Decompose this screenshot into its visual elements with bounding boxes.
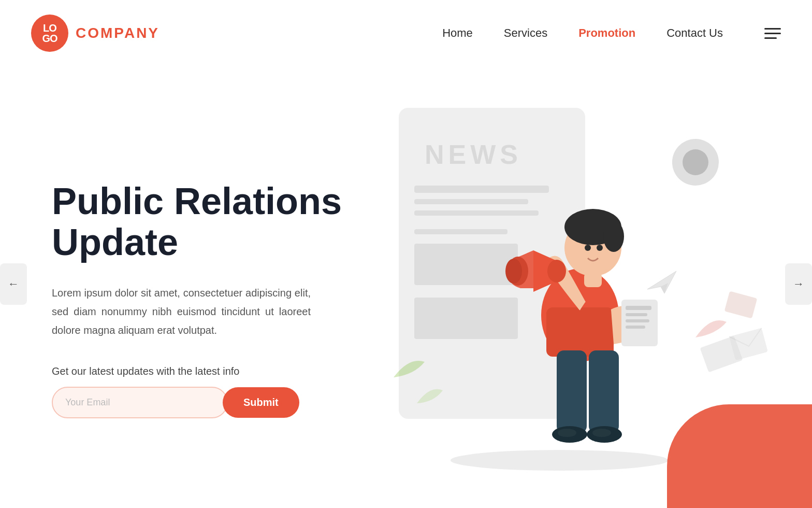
nav-home[interactable]: Home: [442, 26, 473, 40]
svg-rect-16: [557, 350, 587, 433]
next-arrow[interactable]: →: [785, 263, 812, 305]
paper-airplane: [646, 269, 677, 294]
main-nav: Home Services Promotion Contact Us: [442, 26, 781, 40]
avatar: [672, 139, 719, 186]
header: LO GO COMPANY Home Services Promotion Co…: [0, 0, 812, 66]
svg-point-20: [558, 429, 576, 437]
logo-area: LO GO COMPANY: [31, 15, 160, 52]
svg-rect-4: [584, 273, 602, 287]
hero-description: Lorem ipsum dolor sit amet, consectetuer…: [52, 284, 311, 340]
hero-title: Public Relations Update: [52, 181, 373, 263]
svg-rect-7: [626, 306, 651, 310]
leaf-decoration-1: [388, 351, 430, 383]
submit-button[interactable]: Submit: [223, 387, 299, 418]
svg-point-14: [585, 245, 591, 251]
svg-point-15: [597, 245, 603, 251]
company-name: COMPANY: [76, 25, 160, 41]
hamburger-line1: [764, 28, 781, 30]
svg-rect-17: [589, 350, 619, 433]
svg-rect-9: [626, 319, 649, 322]
hamburger-line3: [764, 37, 777, 39]
svg-point-3: [603, 221, 624, 252]
svg-point-11: [547, 260, 566, 283]
logo-icon: LO GO: [31, 15, 68, 52]
logo-line1: LO: [43, 23, 56, 33]
svg-rect-22: [729, 328, 768, 360]
person-illustration: [476, 160, 673, 460]
svg-point-21: [592, 429, 611, 437]
hamburger-line2: [764, 33, 781, 34]
nav-promotion[interactable]: Promotion: [578, 26, 635, 40]
svg-point-13: [505, 259, 522, 284]
floating-letter: [729, 328, 768, 360]
subscribe-label: Get our latest updates with the latest i…: [52, 365, 373, 377]
svg-rect-5: [546, 307, 614, 357]
bottom-decoration: [667, 404, 812, 508]
prev-arrow-icon: ←: [8, 277, 19, 291]
nav-services[interactable]: Services: [504, 26, 547, 40]
floating-paper-2: [724, 291, 757, 319]
email-input[interactable]: [52, 387, 228, 418]
next-arrow-icon: →: [793, 277, 804, 291]
leaf-decoration-3: [693, 313, 729, 341]
email-form: Submit: [52, 387, 373, 418]
avatar-icon: [683, 149, 708, 175]
leaf-decoration-2: [414, 383, 445, 408]
logo-line2: GO: [42, 33, 57, 44]
svg-rect-8: [626, 313, 647, 316]
hamburger-menu[interactable]: [764, 28, 781, 39]
svg-rect-10: [626, 326, 645, 329]
prev-arrow[interactable]: ←: [0, 263, 27, 305]
hero-content: Public Relations Update Lorem ipsum dolo…: [52, 181, 373, 418]
nav-contact[interactable]: Contact Us: [666, 26, 723, 40]
